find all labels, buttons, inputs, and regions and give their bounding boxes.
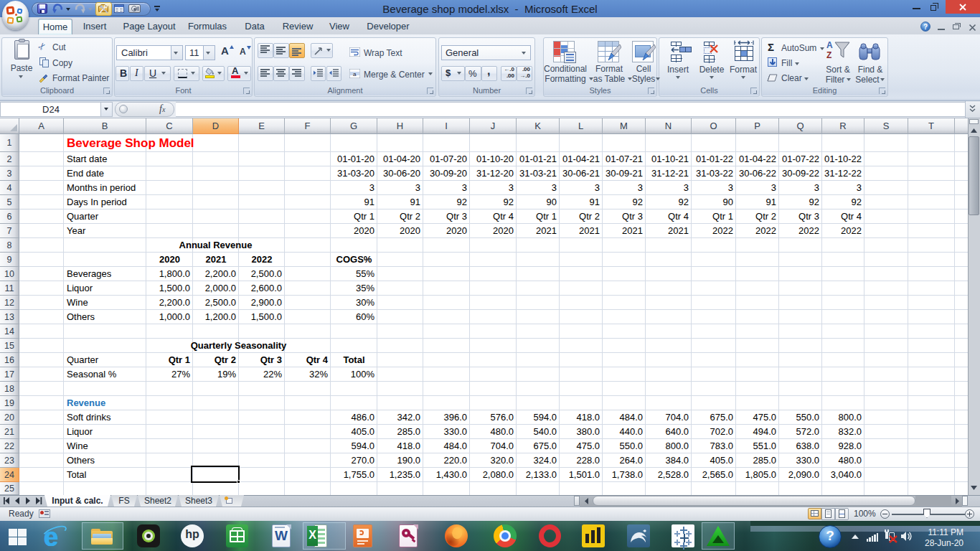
svg-text:a: a	[353, 71, 357, 77]
